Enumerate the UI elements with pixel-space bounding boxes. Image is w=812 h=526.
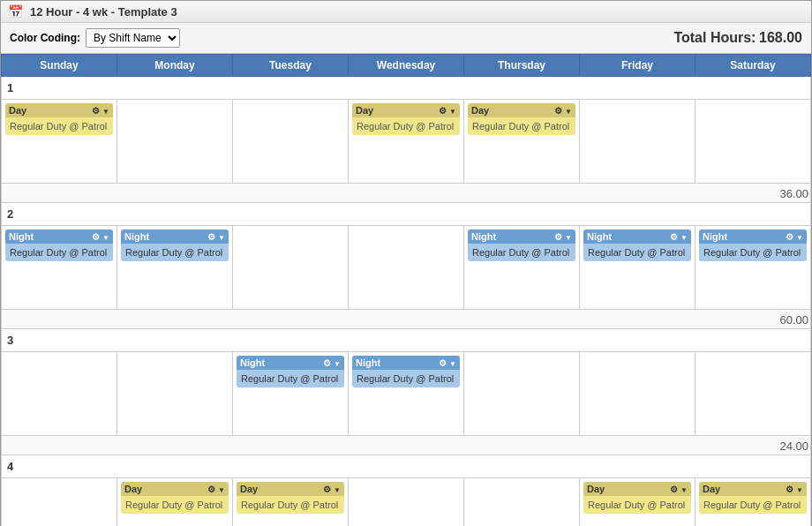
shift-night-week3-tuesday[interactable]: Night ⚙ ▼ Regular Duty @ Patrol — [237, 356, 344, 387]
shift-content: Regular Duty @ Patrol — [699, 496, 807, 514]
cell-week3-wednesday[interactable]: Night ⚙ ▼ Regular Duty @ Patrol — [349, 352, 464, 436]
shift-day-week1-wednesday[interactable]: Day ⚙ ▼ Regular Duty @ Patrol — [352, 103, 460, 135]
shift-night-week3-wednesday[interactable]: Night ⚙ ▼ Regular Duty @ Patrol — [352, 356, 460, 387]
gear-icon[interactable]: ⚙ — [439, 106, 447, 116]
cell-week1-monday[interactable] — [117, 100, 233, 184]
shift-night-week2-thursday[interactable]: Night ⚙ ▼ Regular Duty @ Patrol — [468, 229, 575, 261]
total-hours-section: Total Hours: 168.00 — [673, 30, 802, 46]
gear-icon[interactable]: ⚙ — [323, 485, 331, 494]
cell-week1-tuesday[interactable] — [233, 100, 349, 184]
shift-name: Day — [703, 484, 720, 494]
color-coding-select[interactable]: By Shift Name By Position By Employee — [86, 28, 180, 48]
shift-day-week1-thursday[interactable]: Day ⚙ ▼ Regular Duty @ Patrol — [468, 103, 575, 135]
cell-week4-tuesday[interactable]: Day ⚙ ▼ Regular Duty @ Patrol — [233, 478, 349, 527]
shift-day-week4-tuesday[interactable]: Day ⚙ ▼ Regular Duty @ Patrol — [237, 482, 344, 514]
dropdown-arrow-icon[interactable]: ▼ — [565, 108, 572, 116]
shift-content: Regular Duty @ Patrol — [121, 244, 229, 261]
gear-icon[interactable]: ⚙ — [670, 485, 678, 494]
dropdown-arrow-icon[interactable]: ▼ — [796, 486, 803, 494]
col-monday: Monday — [117, 55, 233, 77]
gear-icon[interactable]: ⚙ — [207, 485, 215, 494]
cell-week3-monday[interactable] — [117, 352, 233, 436]
shift-name: Day — [356, 105, 373, 116]
shift-day-week4-monday[interactable]: Day ⚙ ▼ Regular Duty @ Patrol — [121, 482, 229, 514]
gear-icon[interactable]: ⚙ — [670, 232, 678, 242]
shift-name: Night — [9, 231, 34, 242]
calendar-header: Sunday Monday Tuesday Wednesday Thursday… — [2, 55, 811, 77]
cell-week1-wednesday[interactable]: Day ⚙ ▼ Regular Duty @ Patrol — [349, 100, 464, 184]
gear-icon[interactable]: ⚙ — [786, 232, 793, 242]
shift-content: Regular Duty @ Patrol — [468, 244, 575, 261]
dropdown-arrow-icon[interactable]: ▼ — [796, 234, 803, 242]
cell-week3-thursday[interactable] — [464, 352, 580, 436]
dropdown-arrow-icon[interactable]: ▼ — [680, 234, 688, 242]
dropdown-arrow-icon[interactable]: ▼ — [218, 486, 225, 494]
col-saturday: Saturday — [695, 55, 811, 77]
shift-day-week4-saturday[interactable]: Day ⚙ ▼ Regular Duty @ Patrol — [699, 482, 807, 514]
week-4-label-row: 4 — [2, 455, 811, 478]
shift-night-week2-saturday[interactable]: Night ⚙ ▼ Regular Duty @ Patrol — [699, 229, 807, 261]
cell-week2-friday[interactable]: Night ⚙ ▼ Regular Duty @ Patrol — [580, 226, 695, 310]
shift-night-week2-monday[interactable]: Night ⚙ ▼ Regular Duty @ Patrol — [121, 229, 229, 261]
total-hours-value: 168.00 — [759, 30, 802, 45]
dropdown-arrow-icon[interactable]: ▼ — [680, 486, 688, 494]
shift-content: Regular Duty @ Patrol — [583, 244, 691, 261]
week-2-total: 60.00 — [2, 310, 811, 329]
dropdown-arrow-icon[interactable]: ▼ — [102, 108, 109, 116]
dropdown-arrow-icon[interactable]: ▼ — [334, 486, 341, 494]
week-2-total-row: 60.00 — [2, 310, 811, 329]
cell-week4-sunday[interactable] — [2, 478, 117, 527]
cell-week3-saturday[interactable] — [695, 352, 811, 436]
gear-icon[interactable]: ⚙ — [92, 106, 100, 116]
shift-name: Day — [471, 105, 489, 116]
gear-icon[interactable]: ⚙ — [786, 485, 793, 494]
shift-name: Night — [240, 357, 265, 368]
shift-content: Regular Duty @ Patrol — [5, 244, 113, 261]
gear-icon[interactable]: ⚙ — [92, 232, 100, 242]
dropdown-arrow-icon[interactable]: ▼ — [449, 108, 456, 116]
shift-name: Night — [124, 231, 149, 242]
gear-icon[interactable]: ⚙ — [439, 358, 447, 368]
cell-week2-wednesday[interactable] — [349, 226, 464, 310]
cell-week2-monday[interactable]: Night ⚙ ▼ Regular Duty @ Patrol — [117, 226, 233, 310]
dropdown-arrow-icon[interactable]: ▼ — [218, 234, 225, 242]
cell-week2-tuesday[interactable] — [233, 226, 349, 310]
cell-week3-sunday[interactable] — [2, 352, 117, 436]
cell-week2-thursday[interactable]: Night ⚙ ▼ Regular Duty @ Patrol — [464, 226, 580, 310]
dropdown-arrow-icon[interactable]: ▼ — [334, 360, 341, 368]
cell-week1-thursday[interactable]: Day ⚙ ▼ Regular Duty @ Patrol — [464, 100, 580, 184]
cell-week3-friday[interactable] — [580, 352, 695, 436]
gear-icon[interactable]: ⚙ — [554, 106, 562, 116]
cell-week1-friday[interactable] — [580, 100, 695, 184]
shift-header: Night ⚙ ▼ — [699, 229, 807, 244]
cell-week4-saturday[interactable]: Day ⚙ ▼ Regular Duty @ Patrol — [695, 478, 811, 527]
dropdown-arrow-icon[interactable]: ▼ — [565, 234, 572, 242]
shift-header: Day ⚙ ▼ — [5, 103, 113, 117]
gear-icon[interactable]: ⚙ — [207, 232, 215, 242]
cell-week4-wednesday[interactable] — [349, 478, 464, 527]
dropdown-arrow-icon[interactable]: ▼ — [449, 360, 456, 368]
shift-day-week1-sunday[interactable]: Day ⚙ ▼ Regular Duty @ Patrol — [5, 103, 113, 135]
shift-name: Day — [124, 484, 142, 494]
dropdown-arrow-icon[interactable]: ▼ — [102, 234, 109, 242]
cell-week4-monday[interactable]: Day ⚙ ▼ Regular Duty @ Patrol — [117, 478, 233, 527]
cell-week4-friday[interactable]: Day ⚙ ▼ Regular Duty @ Patrol — [580, 478, 695, 527]
cell-week4-thursday[interactable] — [464, 478, 580, 527]
shift-night-week2-sunday[interactable]: Night ⚙ ▼ Regular Duty @ Patrol — [5, 229, 113, 261]
shift-header: Day ⚙ ▼ — [237, 482, 344, 496]
shift-night-week2-friday[interactable]: Night ⚙ ▼ Regular Duty @ Patrol — [583, 229, 691, 261]
shift-day-week4-friday[interactable]: Day ⚙ ▼ Regular Duty @ Patrol — [583, 482, 691, 514]
cell-week3-tuesday[interactable]: Night ⚙ ▼ Regular Duty @ Patrol — [233, 352, 349, 436]
cell-week2-sunday[interactable]: Night ⚙ ▼ Regular Duty @ Patrol — [2, 226, 117, 310]
total-hours-label: Total Hours: — [673, 30, 756, 45]
week-3-cells-row: Night ⚙ ▼ Regular Duty @ Patrol Night — [2, 352, 811, 436]
shift-name: Night — [587, 231, 612, 242]
shift-content: Regular Duty @ Patrol — [237, 496, 344, 514]
cell-week1-sunday[interactable]: Day ⚙ ▼ Regular Duty @ Patrol — [2, 100, 117, 184]
shift-content: Regular Duty @ Patrol — [5, 117, 113, 135]
gear-icon[interactable]: ⚙ — [554, 232, 562, 242]
cell-week2-saturday[interactable]: Night ⚙ ▼ Regular Duty @ Patrol — [695, 226, 811, 310]
gear-icon[interactable]: ⚙ — [323, 358, 331, 368]
cell-week1-saturday[interactable] — [695, 100, 811, 184]
shift-header: Day ⚙ ▼ — [583, 482, 691, 496]
